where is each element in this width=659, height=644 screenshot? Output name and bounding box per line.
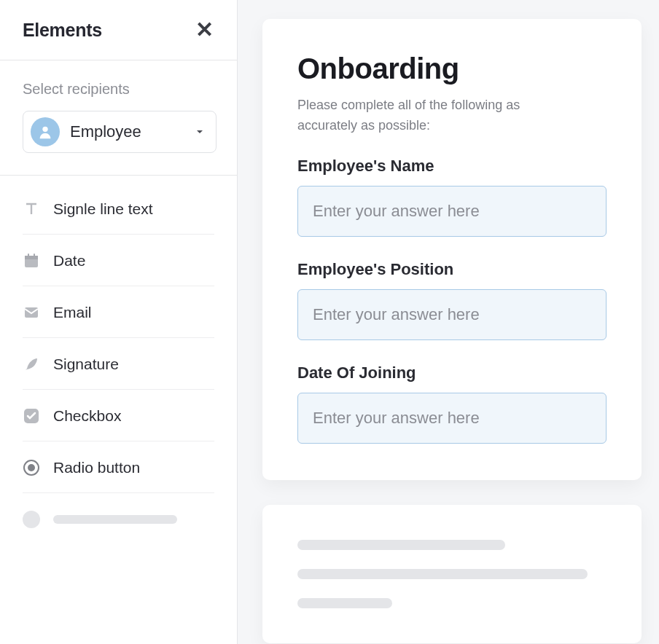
element-placeholder: [23, 493, 214, 544]
svg-point-0: [42, 127, 47, 132]
form-description: Please complete all of the following as …: [297, 95, 574, 136]
placeholder-icon: [23, 511, 40, 528]
radio-icon: [23, 459, 40, 476]
form-title: Onboarding: [297, 52, 607, 85]
skeleton-row: [297, 540, 505, 550]
employee-position-input[interactable]: [297, 289, 607, 340]
recipient-select[interactable]: Employee: [23, 111, 217, 153]
form-preview: Onboarding Please complete all of the fo…: [238, 0, 659, 644]
close-button[interactable]: ✕: [192, 19, 217, 41]
recipient-name: Employee: [70, 122, 184, 141]
recipients-block: Select recipients Employee: [0, 60, 237, 176]
svg-rect-3: [28, 254, 29, 257]
element-label: Signature: [53, 356, 119, 373]
sidebar-header: Elements ✕: [0, 0, 237, 60]
text-icon: [23, 200, 40, 218]
element-checkbox[interactable]: Checkbox: [23, 390, 214, 441]
placeholder-bar: [53, 515, 177, 524]
element-signature[interactable]: Signature: [23, 338, 214, 390]
date-of-joining-input[interactable]: [297, 393, 607, 444]
element-date[interactable]: Date: [23, 235, 214, 286]
form-card: Onboarding Please complete all of the fo…: [262, 19, 642, 480]
field-employee-position: Employee's Position: [297, 260, 607, 340]
checkbox-icon: [23, 407, 40, 425]
mail-icon: [23, 304, 40, 321]
element-single-line-text[interactable]: Signle line text: [23, 183, 214, 235]
element-label: Email: [53, 304, 92, 321]
field-label: Date Of Joining: [297, 364, 607, 382]
field-date-of-joining: Date Of Joining: [297, 364, 607, 444]
element-label: Checkbox: [53, 407, 121, 425]
element-email[interactable]: Email: [23, 286, 214, 338]
svg-rect-4: [34, 254, 35, 257]
calendar-icon: [23, 252, 40, 270]
skeleton-row: [297, 598, 392, 608]
skeleton-card: [262, 505, 642, 643]
field-label: Employee's Name: [297, 157, 607, 176]
elements-sidebar: Elements ✕ Select recipients Employee Si…: [0, 0, 238, 644]
close-icon: ✕: [195, 17, 214, 42]
sidebar-title: Elements: [23, 20, 102, 41]
user-icon: [31, 117, 60, 146]
element-label: Radio button: [53, 459, 140, 476]
svg-point-8: [28, 464, 35, 471]
element-radio-button[interactable]: Radio button: [23, 441, 214, 493]
field-employee-name: Employee's Name: [297, 157, 607, 237]
feather-icon: [23, 356, 40, 373]
recipients-label: Select recipients: [23, 81, 217, 98]
element-list: Signle line text Date Email Signature Ch: [0, 176, 237, 544]
element-label: Signle line text: [53, 200, 153, 218]
element-label: Date: [53, 252, 85, 270]
chevron-down-icon: [194, 126, 206, 138]
employee-name-input[interactable]: [297, 186, 607, 237]
field-label: Employee's Position: [297, 260, 607, 279]
skeleton-row: [297, 569, 588, 579]
svg-rect-2: [25, 256, 38, 259]
